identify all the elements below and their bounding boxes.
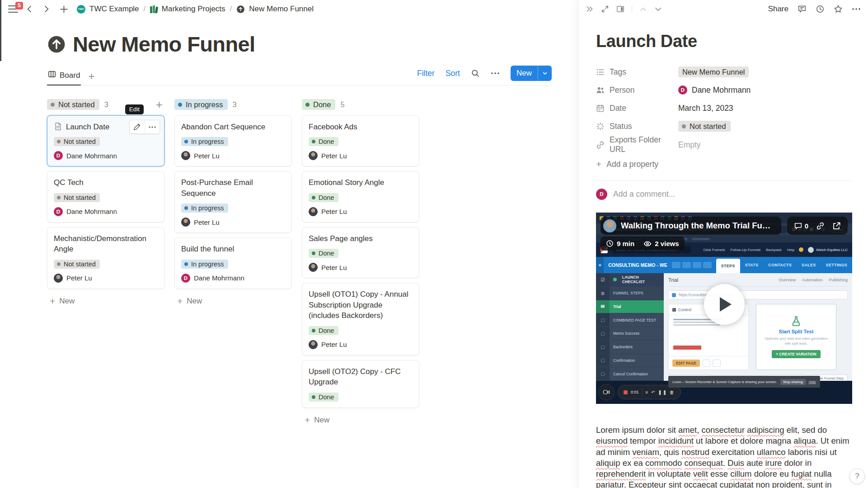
column-status-pill[interactable]: Not started — [47, 99, 99, 110]
next-record-icon[interactable] — [654, 5, 662, 13]
property-name-status[interactable]: Status — [596, 122, 678, 131]
board-card[interactable]: Mechanistic/Demonstration AngleNot start… — [47, 227, 164, 289]
step-label: Trial — [613, 304, 621, 309]
expand-page-icon[interactable] — [601, 5, 609, 13]
filter-button[interactable]: Filter — [417, 69, 435, 78]
card-person: Peter Lu — [181, 151, 285, 160]
view-options-icon[interactable] — [491, 72, 500, 75]
card-title: Facebook Ads — [309, 122, 413, 132]
history-back-icon[interactable] — [23, 3, 35, 15]
history-forward-icon[interactable] — [41, 3, 52, 15]
breadcrumb-item[interactable]: Marketing Projects — [150, 5, 225, 14]
board-card[interactable]: EditLaunch DateNot startedDDane Mohrmann — [47, 115, 164, 166]
step-subtab: Overview — [779, 278, 796, 282]
property-value[interactable]: New Memo Funnel — [678, 66, 749, 77]
close-peek-icon[interactable] — [586, 5, 594, 13]
card-title-text: Post-Purchase Email Sequence — [181, 177, 283, 199]
board-card[interactable]: Sales Page anglesDonePeter Lu — [302, 227, 419, 278]
search-icon[interactable] — [471, 69, 480, 78]
card-title-text: QC Tech — [54, 177, 84, 188]
property-label: Person — [610, 85, 634, 95]
property-value[interactable]: DDane Mohrmann — [678, 85, 751, 95]
share-button[interactable]: Share — [768, 5, 788, 14]
step-icon: ▢ — [596, 327, 610, 340]
board-card[interactable]: Abandon Cart SequenceIn progressPeter Lu — [174, 115, 292, 166]
card-more-button[interactable] — [145, 120, 160, 133]
play-button[interactable] — [704, 284, 745, 325]
property-name-exports-folder-url[interactable]: Exports Folder URL — [596, 135, 678, 154]
property-name-tags[interactable]: Tags — [596, 67, 678, 77]
column-status-label: In progress — [186, 100, 223, 109]
new-button[interactable]: New — [511, 66, 552, 81]
add-view-button[interactable]: + — [88, 72, 94, 81]
add-new-card-button[interactable]: +New — [174, 294, 292, 309]
card-title-text: Upsell (OTO2) Copy - CFC Upgrade — [309, 366, 411, 388]
add-new-card-button[interactable]: +New — [302, 412, 419, 428]
video-duration: 9 min — [617, 240, 634, 247]
new-page-icon[interactable] — [58, 3, 70, 15]
misspelled-word: irure — [765, 458, 782, 468]
avatar — [309, 263, 318, 272]
help-button[interactable]: ? — [849, 469, 865, 484]
card-title: Post-Purchase Email Sequence — [181, 177, 285, 199]
board-card[interactable]: Upsell (OTO2) Copy - CFC UpgradeDone — [302, 360, 419, 408]
comment-input[interactable]: Add a comment... — [613, 190, 675, 199]
add-property-button[interactable]: + Add a property — [596, 155, 852, 173]
column-status-pill[interactable]: In progress — [174, 99, 228, 110]
breadcrumb-item[interactable]: New Memo Funnel — [236, 5, 314, 14]
comment-row[interactable]: D Add a comment... — [596, 181, 852, 207]
plus-icon: + — [596, 159, 601, 170]
tab-board[interactable]: Board — [47, 70, 81, 85]
breadcrumb-label: New Memo Funnel — [249, 5, 314, 14]
property-name-date[interactable]: Date — [596, 104, 678, 113]
board-card[interactable]: QC TechNot startedDDane Mohrmann — [47, 171, 164, 222]
funnel-step-item: ▢Confirmation — [596, 354, 664, 368]
edit-tooltip: Edit — [125, 104, 144, 114]
video-embed[interactable]: consultingmemo.com/funnels/12072518/step… — [596, 213, 852, 404]
board-card[interactable]: Build the funnelIn progressDDane Mohrman… — [174, 237, 292, 289]
status-dot-icon — [184, 262, 188, 266]
video-open-external-icon[interactable] — [832, 222, 841, 230]
commenter-avatar: D — [596, 189, 607, 200]
misspelled-word: occaecat — [684, 480, 717, 488]
side-peek-mode-icon[interactable] — [616, 5, 624, 13]
board-card[interactable]: Post-Purchase Email SequenceIn progressP… — [174, 171, 292, 233]
board-card[interactable]: Emotional Story AngleDonePeter Lu — [302, 171, 419, 222]
person-name: Dane Mohrmann — [692, 85, 751, 95]
page-icon[interactable] — [47, 35, 66, 54]
comments-icon[interactable] — [798, 5, 807, 14]
property-value[interactable]: Empty — [678, 140, 701, 150]
card-person: DDane Mohrmann — [181, 274, 285, 283]
card-status-label: Done — [319, 138, 334, 145]
property-row: PersonDDane Mohrmann — [596, 81, 852, 99]
add-card-button[interactable]: + — [156, 100, 164, 109]
card-status-label: In progress — [191, 138, 224, 145]
new-dropdown-icon[interactable] — [538, 66, 552, 81]
card-status-chip: In progress — [181, 204, 228, 213]
breadcrumb-item[interactable]: TWCTWC Example — [77, 5, 139, 14]
peek-page-title[interactable]: Launch Date — [596, 32, 852, 51]
video-comment-icon[interactable]: 0 — [794, 222, 808, 230]
property-name-person[interactable]: Person — [596, 85, 678, 95]
property-value[interactable]: Not started — [678, 121, 731, 132]
section-icon: ≣ — [596, 287, 610, 300]
edit-card-button[interactable] — [130, 120, 145, 133]
updates-history-icon[interactable] — [816, 5, 825, 14]
card-status-chip: Done — [309, 249, 338, 258]
step-label: LAUNCH CHECKLIST — [622, 275, 662, 284]
previous-record-icon[interactable] — [639, 5, 647, 13]
board-card[interactable]: Facebook AdsDonePeter Lu — [302, 115, 419, 166]
sidebar-toggle-icon[interactable]: 5 — [8, 5, 18, 13]
more-options-icon[interactable] — [852, 8, 861, 10]
video-copy-link-icon[interactable] — [816, 222, 825, 230]
property-value[interactable]: March 13, 2023 — [678, 104, 733, 113]
board-card[interactable]: Upsell (OTO1) Copy - Annual Subscription… — [302, 283, 419, 355]
page-title[interactable]: New Memo Funnel — [73, 32, 255, 57]
sort-button[interactable]: Sort — [446, 69, 460, 78]
column-status-pill[interactable]: Done — [302, 99, 335, 110]
misspelled-word: incididunt — [658, 436, 694, 445]
workspace-logo-icon: TWC — [77, 5, 85, 14]
add-new-card-button[interactable]: +New — [47, 294, 164, 309]
favorite-star-icon[interactable] — [834, 5, 843, 14]
card-status-label: Not started — [64, 261, 96, 268]
